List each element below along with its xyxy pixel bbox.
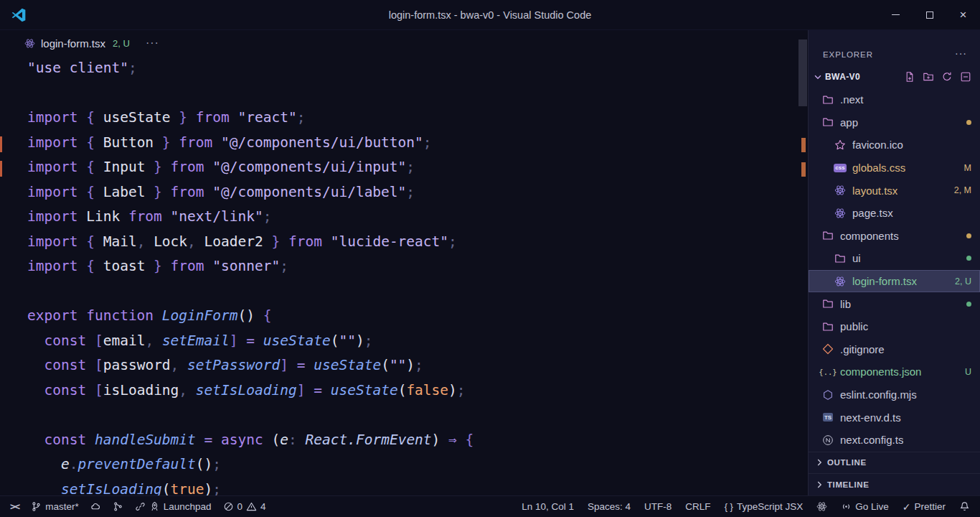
code-line[interactable]	[27, 81, 796, 106]
code-line[interactable]: import { Mail, Lock, Loader2 } from "luc…	[27, 230, 796, 255]
project-root-row[interactable]: BWA-V0	[809, 65, 980, 88]
file-tree: .nextappfavicon.icocssglobals.cssMlayout…	[809, 88, 980, 452]
star-icon	[834, 139, 847, 151]
file-row-.next[interactable]: .next	[809, 88, 980, 111]
tab-git-problems-badge: 2, U	[113, 38, 130, 49]
file-name: .next	[840, 93, 864, 106]
new-folder-button[interactable]	[923, 71, 934, 83]
branch-icon	[31, 501, 42, 512]
language-mode[interactable]: { } TypeScript JSX	[725, 501, 804, 512]
file-row-eslint.config.mjs[interactable]: eslint.config.mjs	[809, 383, 980, 406]
maximize-button[interactable]	[913, 0, 946, 29]
warning-icon	[246, 501, 257, 512]
code-line[interactable]: const [isLoading, setIsLoading] = useSta…	[27, 378, 796, 404]
code-line[interactable]: import { Input } from "@/components/ui/i…	[27, 155, 796, 180]
indentation-setting[interactable]: Spaces: 4	[588, 501, 631, 512]
git-gutter-mark	[0, 161, 2, 177]
file-row-public[interactable]: public	[809, 315, 980, 338]
overview-ruler-mark	[801, 138, 806, 152]
vscode-window: login-form.tsx - bwa-v0 - Visual Studio …	[0, 0, 980, 517]
code-line[interactable]: "use client";	[27, 56, 796, 81]
code-editor[interactable]: "use client"; import { useState } from "…	[0, 56, 796, 495]
new-file-button[interactable]	[904, 71, 915, 83]
file-name: next.config.ts	[840, 434, 903, 446]
git-change-dot	[966, 302, 971, 307]
explorer-more-button[interactable]: ···	[955, 47, 967, 59]
file-row-app[interactable]: app	[809, 111, 980, 134]
editor-area: login-form.tsx 2, U ··· "use client"; im…	[0, 30, 808, 495]
remote-indicator[interactable]: ><	[10, 501, 19, 512]
code-line[interactable]: const [email, setEmail] = useState("");	[27, 329, 796, 354]
code-line[interactable]: import { useState } from "react";	[27, 106, 796, 131]
bell-icon	[959, 501, 970, 512]
editor-scrollbar[interactable]	[798, 39, 807, 106]
git-icon	[821, 343, 834, 355]
file-row-.gitignore[interactable]: .gitignore	[809, 338, 980, 361]
minimize-button[interactable]	[879, 0, 913, 29]
eslint-icon	[821, 389, 834, 401]
project-name: BWA-V0	[825, 72, 860, 82]
chevron-down-icon	[813, 72, 823, 82]
code-line[interactable]: const handleSubmit = async (e: React.For…	[27, 428, 796, 453]
folder-icon	[821, 94, 834, 106]
encoding-setting[interactable]: UTF-8	[644, 501, 672, 512]
timeline-section[interactable]: TIMELINE	[809, 473, 980, 495]
prettier-label: Prettier	[914, 501, 946, 512]
notifications-bell[interactable]	[959, 501, 970, 512]
close-button[interactable]: ×	[946, 0, 980, 29]
code-line[interactable]: import { Label } from "@/components/ui/l…	[27, 180, 796, 205]
code-line[interactable]	[27, 403, 796, 428]
timeline-label: TIMELINE	[827, 480, 869, 489]
file-name: page.tsx	[852, 207, 893, 219]
file-row-page.tsx[interactable]: page.tsx	[809, 202, 980, 225]
next-icon	[821, 434, 834, 446]
prettier-status[interactable]: ✓ Prettier	[903, 501, 946, 513]
file-name: components	[840, 230, 899, 242]
code-line[interactable]: export function LoginForm() {	[27, 304, 796, 329]
file-row-favicon.ico[interactable]: favicon.ico	[809, 134, 980, 157]
cloud-sync-icon	[90, 501, 101, 512]
git-branch-status[interactable]: master*	[31, 501, 79, 512]
file-row-lib[interactable]: lib	[809, 292, 980, 315]
tab-login-form[interactable]: login-form.tsx 2, U	[19, 30, 136, 56]
link-icon	[135, 501, 146, 512]
go-live-button[interactable]: Go Live	[841, 501, 889, 512]
code-line[interactable]: import { Button } from "@/components/ui/…	[27, 131, 796, 156]
file-name: .gitignore	[840, 343, 885, 355]
file-name: lib	[840, 298, 851, 310]
file-row-layout.tsx[interactable]: layout.tsx2, M	[809, 179, 980, 202]
sync-changes-button[interactable]	[90, 501, 101, 512]
file-name: app	[840, 116, 858, 129]
code-line[interactable]	[27, 279, 796, 304]
react-snippets-status[interactable]	[816, 501, 827, 512]
window-title: login-form.tsx - bwa-v0 - Visual Studio …	[0, 9, 980, 21]
braces-icon: { }	[725, 501, 733, 512]
file-row-globals.css[interactable]: cssglobals.cssM	[809, 157, 980, 180]
file-row-ui[interactable]: ui	[809, 247, 980, 270]
file-row-next.config.ts[interactable]: next.config.ts	[809, 429, 980, 452]
file-row-next-env.d.ts[interactable]: TSnext-env.d.ts	[809, 406, 980, 429]
code-line[interactable]: const [password, setPassword] = useState…	[27, 353, 796, 378]
eol-setting[interactable]: CRLF	[685, 501, 710, 512]
editor-actions-button[interactable]: ···	[146, 37, 159, 50]
code-line[interactable]: import Link from "next/link";	[27, 205, 796, 230]
code-line[interactable]: import { toast } from "sonner";	[27, 254, 796, 279]
git-graph-button[interactable]	[113, 501, 123, 512]
file-row-login-form.tsx[interactable]: login-form.tsx2, U	[809, 270, 980, 293]
launchpad-button[interactable]: Launchpad	[135, 501, 212, 512]
chevron-right-icon	[814, 457, 824, 467]
outline-section[interactable]: OUTLINE	[809, 452, 980, 474]
file-name: next-env.d.ts	[840, 411, 901, 424]
problems-indicator[interactable]: 0 4	[223, 501, 266, 512]
folder-icon	[821, 230, 834, 241]
code-line[interactable]: e.preventDefault();	[27, 452, 796, 478]
refresh-explorer-button[interactable]	[941, 71, 953, 83]
code-line[interactable]: setIsLoading(true);	[27, 478, 796, 496]
react-file-icon	[24, 38, 35, 49]
file-row-components[interactable]: components	[809, 225, 980, 248]
react-icon	[834, 276, 847, 287]
collapse-folders-button[interactable]	[960, 71, 971, 83]
warning-count: 4	[260, 501, 266, 512]
cursor-position[interactable]: Ln 10, Col 1	[522, 501, 574, 512]
file-row-components.json[interactable]: {..}components.jsonU	[809, 360, 980, 383]
